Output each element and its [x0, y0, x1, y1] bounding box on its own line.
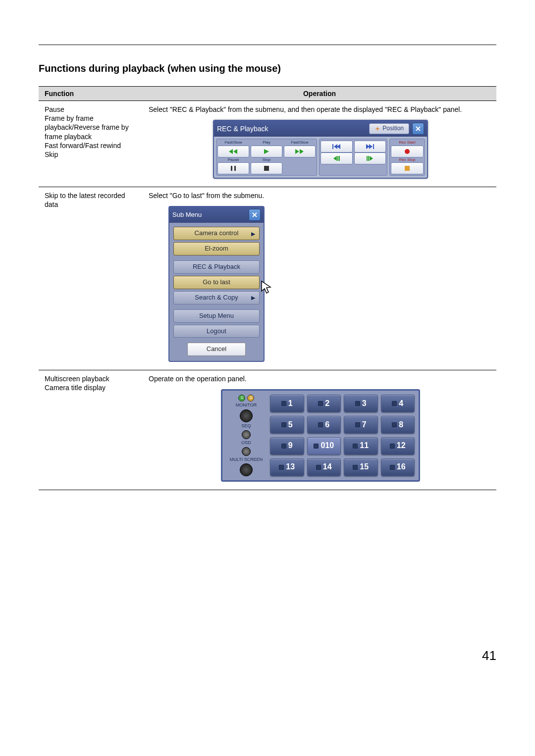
submenu-wrap: Sub Menu Camera control ▶: [168, 206, 492, 362]
led-icon: [390, 465, 395, 470]
led-icon: [279, 465, 284, 470]
skip-prev-record-button[interactable]: [321, 141, 353, 152]
submenu-body: Camera control ▶ El-zoom REC & Playback: [169, 223, 264, 361]
camera-num: 16: [397, 462, 406, 472]
rec-start-button[interactable]: [391, 146, 424, 157]
op-left-controls: ① ② MONITOR SEQ OSD MULTI SCREEN: [226, 395, 266, 476]
rewind-button[interactable]: [217, 146, 249, 157]
camera-num: 13: [286, 462, 295, 472]
camera-button-5[interactable]: 5: [270, 416, 304, 434]
lbl-fast-slow-r: Fast/Slow: [284, 140, 316, 145]
camera-button-13[interactable]: 13: [270, 458, 304, 476]
svg-marker-0: [375, 126, 380, 131]
svg-rect-16: [337, 156, 338, 161]
seq-button[interactable]: [242, 430, 251, 439]
multiscreen-button[interactable]: [240, 463, 253, 476]
operation-panel: ① ② MONITOR SEQ OSD MULTI SCREEN: [221, 389, 420, 482]
svg-marker-15: [333, 156, 337, 161]
svg-rect-17: [339, 156, 340, 161]
monitor-button[interactable]: [240, 409, 253, 422]
menu-cancel[interactable]: Cancel: [187, 343, 246, 356]
section-title: Functions during playback (when using th…: [39, 63, 496, 74]
close-icon[interactable]: [249, 209, 261, 221]
lbl-rec-start: Rec Start: [391, 140, 424, 145]
stop-button[interactable]: [251, 162, 282, 174]
led-icon: [353, 444, 358, 449]
svg-rect-18: [367, 156, 368, 161]
menu-el-zoom[interactable]: El-zoom: [173, 242, 260, 255]
menu-setup[interactable]: Setup Menu: [173, 309, 260, 323]
fastforward-button[interactable]: [284, 146, 316, 157]
camera-button-3[interactable]: 3: [344, 395, 378, 412]
svg-rect-19: [368, 156, 369, 161]
rec-group-skip: Next Record: [319, 139, 387, 176]
camera-button-2[interactable]: 2: [307, 395, 341, 412]
led-icon: [281, 401, 286, 406]
camera-button-10[interactable]: 010: [307, 437, 341, 455]
osd-button[interactable]: [242, 447, 251, 456]
rec-panel-title: REC & Playback: [217, 124, 366, 133]
led-icon: [281, 422, 286, 427]
lbl-stop: Stop: [251, 157, 282, 162]
led-icon: [314, 444, 319, 449]
camera-button-9[interactable]: 9: [270, 437, 304, 455]
menu-search-copy[interactable]: Search & Copy ▶: [173, 291, 260, 304]
led-icon: [281, 444, 286, 449]
camera-button-4[interactable]: 4: [381, 395, 415, 412]
camera-button-14[interactable]: 14: [307, 458, 341, 476]
play-button[interactable]: [251, 146, 282, 157]
close-icon[interactable]: [412, 123, 424, 135]
lbl-play: Play: [251, 140, 282, 145]
camera-button-11[interactable]: 11: [344, 437, 378, 455]
camera-button-12[interactable]: 12: [381, 437, 415, 455]
camera-num: 2: [325, 399, 329, 409]
svg-marker-3: [264, 149, 269, 154]
menu-label: Setup Menu: [199, 312, 234, 319]
operation-cell: Select "REC & Playback" from the submenu…: [143, 101, 496, 187]
led-icon: [316, 465, 321, 470]
menu-go-to-last[interactable]: Go to last: [173, 276, 260, 289]
col-operation: Operation: [143, 87, 496, 101]
table-row: Skip to the latest recorded data Select …: [39, 187, 496, 370]
led-icon: [392, 422, 397, 427]
chevron-right-icon: ▶: [251, 230, 255, 237]
camera-button-16[interactable]: 16: [381, 458, 415, 476]
svg-marker-23: [262, 281, 270, 293]
menu-camera-control[interactable]: Camera control ▶: [173, 227, 260, 240]
chevron-right-icon: ▶: [251, 294, 255, 301]
camera-button-7[interactable]: 7: [344, 416, 378, 434]
next-image-button[interactable]: [354, 152, 386, 164]
table-row: Pause Frame by frame playback/Reverse fr…: [39, 101, 496, 187]
camera-button-15[interactable]: 15: [344, 458, 378, 476]
svg-marker-4: [295, 149, 299, 154]
lbl-rec-stop: Rec Stop: [391, 157, 424, 162]
monitor-1-icon: ①: [238, 395, 245, 402]
rec-stop-button[interactable]: [391, 162, 424, 174]
led-icon: [355, 422, 360, 427]
prev-image-button[interactable]: [321, 152, 353, 164]
table-row: Multiscreen playback Camera title displa…: [39, 370, 496, 490]
menu-logout[interactable]: Logout: [173, 325, 260, 338]
camera-num: 4: [399, 399, 403, 409]
svg-rect-8: [264, 166, 269, 171]
camera-num: 010: [321, 441, 334, 451]
menu-label: Logout: [207, 327, 226, 335]
menu-label: Go to last: [203, 278, 230, 286]
position-label: Position: [382, 125, 404, 133]
svg-point-21: [405, 149, 410, 154]
operation-cell: Operate on the operation panel. ① ② MONI…: [143, 370, 496, 490]
pause-button[interactable]: [217, 162, 249, 174]
camera-button-1[interactable]: 1: [270, 395, 304, 412]
svg-marker-2: [229, 149, 233, 154]
menu-label: Search & Copy: [195, 294, 238, 301]
menu-label: Cancel: [207, 345, 226, 353]
camera-num: 15: [360, 462, 369, 472]
menu-rec-playback[interactable]: REC & Playback: [173, 260, 260, 274]
camera-button-8[interactable]: 8: [381, 416, 415, 434]
seq-label: SEQ: [241, 423, 251, 429]
skip-next-record-button[interactable]: [354, 141, 386, 152]
camera-button-6[interactable]: 6: [307, 416, 341, 434]
function-cell: Multiscreen playback Camera title displa…: [39, 370, 143, 490]
position-button[interactable]: Position: [369, 123, 409, 134]
svg-rect-14: [373, 144, 374, 149]
